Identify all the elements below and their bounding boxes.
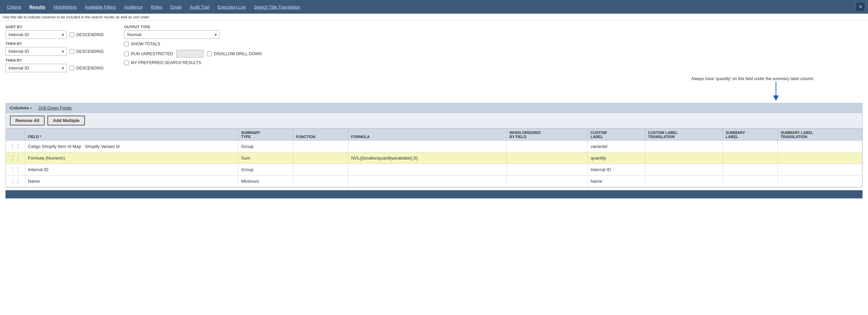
nav-item-roles[interactable]: Roles <box>147 2 166 12</box>
summary-type-cell-0: Group <box>238 141 293 152</box>
then-by-2-descending-checkbox[interactable] <box>70 66 74 71</box>
then-by-2-descending-row: DESCENDING <box>70 66 104 71</box>
my-preferred-label: MY PREFERRED SEARCH RESULTS <box>131 60 201 65</box>
field-cell-2: Internal ID <box>25 164 238 176</box>
annotation-text: Always have 'quantity' on this field und… <box>691 76 813 81</box>
when-ordered-cell-3 <box>507 176 588 187</box>
nav-item-audience[interactable]: Audience <box>120 2 147 12</box>
sort-by-descending-checkbox[interactable] <box>70 32 74 37</box>
annotation-arrow-icon <box>766 82 786 101</box>
th-custom-label: CUSTOMLABEL <box>588 129 645 141</box>
th-summary-type: SUMMARYTYPE <box>238 129 293 141</box>
then-by-2-row: Internal ID ▼ DESCENDING <box>5 64 104 72</box>
nav-item-highlighting[interactable]: Highlighting <box>49 2 81 12</box>
then-by-2-select-wrapper: Internal ID ▼ <box>5 64 67 72</box>
when-ordered-cell-1 <box>507 152 588 164</box>
summary-label-translation-cell-3 <box>778 176 862 187</box>
function-cell-1 <box>293 152 348 164</box>
drag-handle-icon[interactable]: ⋮⋮ <box>9 144 22 149</box>
drag-handle-icon[interactable]: ⋮⋮ <box>9 155 22 161</box>
nav-item-results[interactable]: Results <box>25 2 49 12</box>
nav-item-available-filters[interactable]: Available Filters <box>81 2 120 12</box>
nav-item-search-title-translation[interactable]: Search Title Translation <box>250 2 304 12</box>
drag-handle-cell: ⋮⋮ <box>6 152 25 164</box>
show-totals-label: SHOW TOTALS <box>131 42 160 46</box>
remove-all-button[interactable]: Remove All <box>10 116 45 125</box>
when-ordered-cell-0 <box>507 141 588 152</box>
th-field: FIELD * <box>25 129 238 141</box>
then-by-1-descending-checkbox[interactable] <box>70 49 74 54</box>
custom-label-cell-0: variantid <box>588 141 645 152</box>
summary-type-cell-1: Sum <box>238 152 293 164</box>
summary-label-cell-0 <box>723 141 778 152</box>
my-preferred-checkbox[interactable] <box>124 60 129 65</box>
disallow-drill-down-label: DISALLOW DRILL DOWN <box>214 51 261 56</box>
drag-handle-cell: ⋮⋮ <box>6 176 25 187</box>
summary-label-translation-cell-2 <box>778 164 862 176</box>
add-multiple-button[interactable]: Add Multiple <box>47 116 85 125</box>
run-unrestricted-checkbox[interactable] <box>124 51 129 56</box>
field-cell-0: Celigo Shopify Item Id Map : Shopify Var… <box>25 141 238 152</box>
then-by-1-descending-label: DESCENDING <box>76 49 104 54</box>
nav-item-audit-trail[interactable]: Audit Trail <box>185 2 213 12</box>
sort-right-panel: OUTPUT TYPE Normal ▼ SHOW TOTALS RUN UNR… <box>124 25 262 72</box>
drag-handle-icon[interactable]: ⋮⋮ <box>9 178 22 184</box>
th-function: FUNCTION <box>293 129 348 141</box>
function-cell-0 <box>293 141 348 152</box>
field-cell-3: Name <box>25 176 238 187</box>
summary-label-cell-1 <box>723 152 778 164</box>
then-by-1-select[interactable]: Internal ID <box>5 47 67 56</box>
then-by-2-select[interactable]: Internal ID <box>5 64 67 72</box>
custom-label-cell-2: Internal ID <box>588 164 645 176</box>
output-type-select-wrapper: Normal ▼ <box>124 30 220 39</box>
columns-table-body: ⋮⋮ Celigo Shopify Item Id Map : Shopify … <box>6 141 862 187</box>
sort-by-row: Internal ID ▼ DESCENDING <box>5 30 104 39</box>
show-totals-checkbox[interactable] <box>124 42 129 46</box>
nav-item-execution-log[interactable]: Execution Log <box>213 2 250 12</box>
bottom-bar <box>5 190 863 198</box>
formula-cell-0 <box>348 141 506 152</box>
summary-type-cell-2: Group <box>238 164 293 176</box>
drill-down-link[interactable]: Drill Down Fields <box>39 105 72 110</box>
th-formula: FORMULA <box>348 129 506 141</box>
custom-label-translation-cell-1 <box>645 152 723 164</box>
tab-subtitle: Use this tab to indicate columns to be i… <box>0 14 868 21</box>
sort-by-select[interactable]: Internal ID <box>5 30 67 39</box>
navigation-bar: Criteria Results Highlighting Available … <box>0 0 868 14</box>
sort-by-descending-row: DESCENDING <box>70 32 104 37</box>
nav-item-email[interactable]: Email <box>166 2 186 12</box>
disallow-drill-down-checkbox[interactable] <box>207 51 212 56</box>
then-by-1-select-wrapper: Internal ID ▼ <box>5 47 67 56</box>
then-by-1-descending-row: DESCENDING <box>70 49 104 54</box>
columns-title: Columns • <box>10 105 32 110</box>
output-type-row: Normal ▼ <box>124 30 262 39</box>
drag-handle-cell: ⋮⋮ <box>6 164 25 176</box>
columns-header: Columns • Drill Down Fields <box>6 103 862 113</box>
disallow-drill-down-row: DISALLOW DRILL DOWN <box>207 51 261 56</box>
run-unrestricted-row: RUN UNRESTRICTED <box>124 51 173 56</box>
max-results-input[interactable] <box>176 50 204 58</box>
nav-item-criteria[interactable]: Criteria <box>3 2 25 12</box>
sort-filter-area: SORT BY Internal ID ▼ DESCENDING THEN BY <box>0 21 868 76</box>
columns-table: FIELD * SUMMARYTYPE FUNCTION FORMULA WHE… <box>6 129 862 187</box>
sort-by-descending-label: DESCENDING <box>76 32 104 37</box>
th-summary-label-translation: SUMMARY LABELTRANSLATION <box>778 129 862 141</box>
drag-handle-icon[interactable]: ⋮⋮ <box>9 167 22 172</box>
field-cell-1: Formula (Numeric) <box>25 152 238 164</box>
then-by-2-group: THEN BY Internal ID ▼ DESCENDING <box>5 58 104 72</box>
summary-type-cell-3: Minimum <box>238 176 293 187</box>
then-by-1-group: THEN BY Internal ID ▼ DESCENDING <box>5 42 104 56</box>
output-type-select[interactable]: Normal <box>124 30 220 39</box>
run-unrestricted-label: RUN UNRESTRICTED <box>131 51 173 56</box>
th-custom-label-translation: CUSTOM LABELTRANSLATION <box>645 129 723 141</box>
sort-by-select-wrapper: Internal ID ▼ <box>5 30 67 39</box>
menu-icon[interactable]: ≡ <box>856 2 865 12</box>
my-preferred-row: MY PREFERRED SEARCH RESULTS <box>124 60 262 65</box>
custom-label-cell-1: quantity <box>588 152 645 164</box>
function-cell-3 <box>293 176 348 187</box>
output-type-label: OUTPUT TYPE <box>124 25 262 29</box>
columns-section: Columns • Drill Down Fields Remove All A… <box>5 103 863 188</box>
then-by-1-row: Internal ID ▼ DESCENDING <box>5 47 104 56</box>
th-when-ordered: WHEN ORDEREDBY FIELD <box>507 129 588 141</box>
sort-left-panel: SORT BY Internal ID ▼ DESCENDING THEN BY <box>5 25 104 72</box>
